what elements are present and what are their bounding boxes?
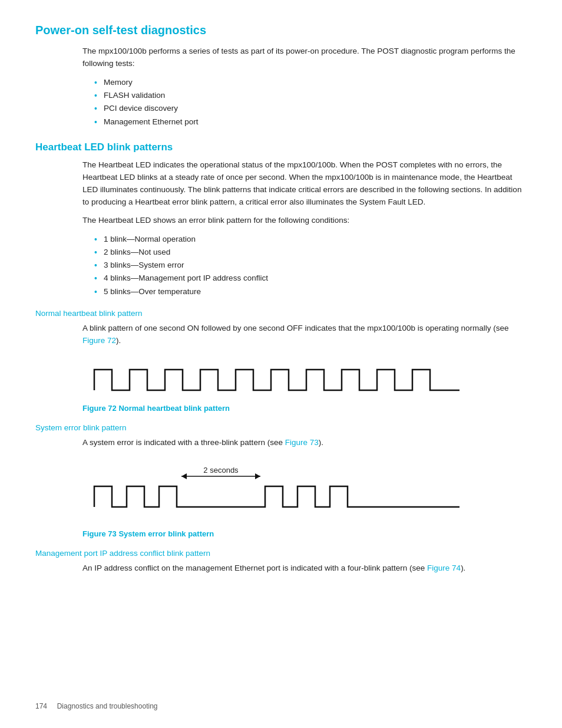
blink-2: 2 blinks—Not used — [94, 246, 527, 259]
heartbeat-heading: Heartbeat LED blink patterns — [35, 141, 527, 153]
figure74-link[interactable]: Figure 74 — [427, 564, 461, 572]
system-error-heading: System error blink pattern — [35, 423, 527, 432]
page-footer: 174 Diagnostics and troubleshooting — [35, 702, 157, 710]
post-bullets: Memory FLASH validation PCI device disco… — [94, 76, 527, 129]
figure73-container: 2 seconds — [82, 460, 527, 525]
heartbeat-body2: The Heartbeat LED shows an error blink p… — [82, 215, 527, 227]
figure72-caption: Figure 72 Normal heartbeat blink pattern — [82, 404, 527, 413]
mgmt-port-body: An IP address conflict on the management… — [82, 562, 527, 575]
figure72-diagram — [82, 358, 471, 399]
page-title: Power-on self-test diagnostics — [35, 24, 527, 37]
normal-blink-heading: Normal heartbeat blink pattern — [35, 309, 527, 318]
bullet-memory: Memory — [94, 76, 527, 89]
blink-4: 4 blinks—Management port IP address conf… — [94, 272, 527, 285]
bullet-flash: FLASH validation — [94, 89, 527, 102]
figure73-diagram: 2 seconds — [82, 460, 471, 525]
svg-marker-1 — [181, 473, 187, 479]
normal-blink-body: A blink pattern of one second ON followe… — [82, 322, 527, 347]
figure72-link[interactable]: Figure 72 — [82, 336, 116, 345]
system-error-body: A system error is indicated with a three… — [82, 437, 527, 449]
svg-marker-2 — [255, 473, 260, 479]
figure72-container — [82, 358, 527, 399]
svg-text:2 seconds: 2 seconds — [203, 466, 239, 475]
footer-section: Diagnostics and troubleshooting — [57, 702, 158, 710]
figure73-link[interactable]: Figure 73 — [285, 438, 319, 447]
bullet-pci: PCI device discovery — [94, 102, 527, 115]
blink-5: 5 blinks—Over temperature — [94, 285, 527, 298]
page-number: 174 — [35, 702, 47, 710]
bullet-mgmt: Management Ethernet port — [94, 116, 527, 129]
heartbeat-body1: The Heartbeat LED indicates the operatio… — [82, 159, 527, 209]
figure73-caption: Figure 73 System error blink pattern — [82, 529, 527, 538]
blink-1: 1 blink—Normal operation — [94, 233, 527, 246]
heartbeat-bullets: 1 blink—Normal operation 2 blinks—Not us… — [94, 233, 527, 298]
blink-3: 3 blinks—System error — [94, 259, 527, 272]
mgmt-port-heading: Management port IP address conflict blin… — [35, 549, 527, 558]
post-body: The mpx100/100b performs a series of tes… — [82, 45, 527, 70]
